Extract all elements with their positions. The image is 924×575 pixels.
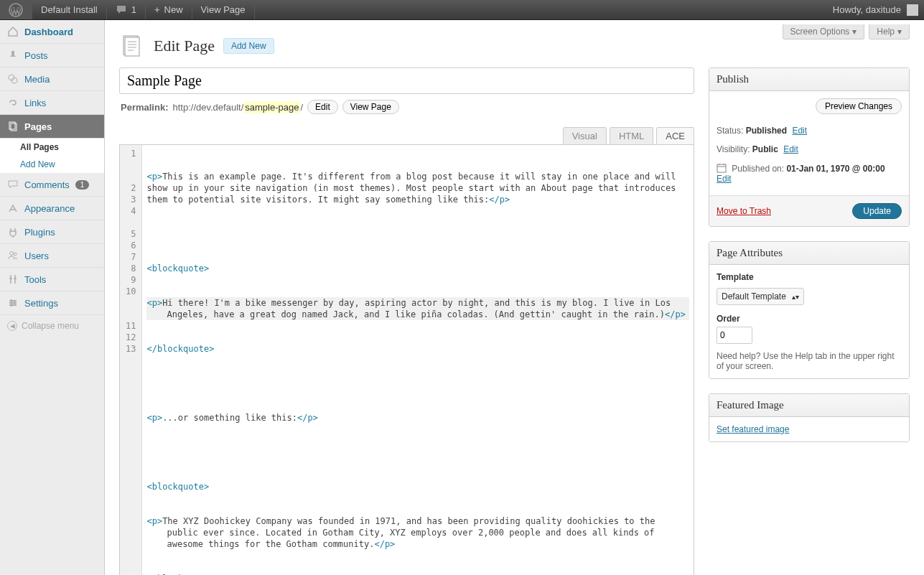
template-label: Template: [717, 272, 902, 282]
chevron-down-icon: ▾: [897, 27, 902, 37]
sidebar-item-media[interactable]: Media: [0, 67, 104, 91]
tools-icon: [7, 274, 19, 285]
link-icon: [7, 97, 19, 108]
admin-bar: Default Install 1 + New View Page Howdy,…: [0, 0, 924, 20]
greeting[interactable]: Howdy, daxitude: [833, 4, 901, 15]
code-area[interactable]: <p>This is an example page. It's differe…: [142, 145, 694, 575]
edit-status-link[interactable]: Edit: [792, 126, 807, 136]
view-page-button[interactable]: View Page: [342, 100, 399, 114]
tab-visual[interactable]: Visual: [563, 127, 607, 144]
svg-point-6: [14, 253, 17, 256]
calendar-icon: [717, 163, 727, 173]
avatar[interactable]: [907, 4, 918, 16]
screen-options-tab[interactable]: Screen Options ▾: [783, 24, 865, 39]
edit-permalink-button[interactable]: Edit: [307, 100, 338, 114]
svg-rect-7: [9, 300, 17, 301]
svg-rect-19: [717, 164, 726, 172]
featured-image-title: Featured Image: [709, 394, 909, 417]
help-text: Need help? Use the Help tab in the upper…: [717, 351, 902, 371]
submenu-add-new[interactable]: Add New: [0, 156, 104, 173]
svg-rect-14: [125, 37, 139, 56]
permalink-slug[interactable]: sample-page: [243, 101, 300, 113]
settings-icon: [7, 297, 19, 309]
collapse-menu[interactable]: ◀ Collapse menu: [0, 315, 104, 337]
help-tab[interactable]: Help ▾: [869, 24, 910, 39]
preview-changes-button[interactable]: Preview Changes: [816, 98, 902, 114]
appearance-icon: [7, 202, 19, 214]
comment-icon: [116, 4, 127, 16]
move-to-trash-link[interactable]: Move to Trash: [717, 206, 771, 216]
featured-image-metabox: Featured Image Set featured image: [709, 393, 910, 442]
sidebar-item-settings[interactable]: Settings: [0, 291, 104, 315]
pin-icon: [7, 50, 19, 61]
add-new-button[interactable]: Add New: [223, 38, 274, 54]
site-name-menu[interactable]: Default Install: [32, 0, 107, 19]
comment-icon: [7, 179, 19, 190]
sidebar-item-tools[interactable]: Tools: [0, 268, 104, 291]
wordpress-icon: [9, 3, 23, 17]
code-editor[interactable]: 1 2 3 4 5 6 7 8 9 10 11 12 13: [119, 144, 694, 575]
post-title-input[interactable]: [119, 67, 694, 94]
svg-rect-9: [9, 304, 17, 306]
page-attributes-metabox: Page Attributes Template Default Templat…: [709, 241, 910, 379]
new-content-menu[interactable]: + New: [146, 0, 192, 19]
select-arrows-icon: ▴▾: [792, 293, 799, 301]
home-icon: [7, 26, 19, 37]
wp-logo-menu[interactable]: [0, 0, 32, 19]
view-page-label: View Page: [201, 4, 246, 15]
view-page-menu[interactable]: View Page: [192, 0, 255, 19]
sidebar-item-plugins[interactable]: Plugins: [0, 220, 104, 244]
submenu-all-pages[interactable]: All Pages: [0, 139, 104, 156]
order-input[interactable]: [717, 327, 752, 344]
svg-rect-10: [11, 299, 12, 302]
publish-metabox: Publish Preview Changes Status: Publishe…: [709, 67, 910, 227]
svg-point-5: [10, 252, 14, 256]
publish-title: Publish: [709, 68, 909, 91]
tab-html[interactable]: HTML: [610, 127, 653, 144]
template-select[interactable]: Default Template ▴▾: [717, 288, 804, 305]
new-label: New: [164, 4, 183, 15]
sidebar-item-users[interactable]: Users: [0, 244, 104, 268]
tab-ace[interactable]: ACE: [656, 127, 694, 144]
edit-visibility-link[interactable]: Edit: [783, 144, 798, 154]
page-attributes-title: Page Attributes: [709, 242, 909, 265]
comments-menu[interactable]: 1: [107, 0, 146, 19]
permalink-display: http://dev.default/sample-page/: [172, 102, 303, 113]
site-name: Default Install: [41, 4, 98, 15]
update-button[interactable]: Update: [852, 203, 902, 219]
sidebar-item-appearance[interactable]: Appearance: [0, 197, 104, 220]
comments-count: 1: [131, 4, 136, 15]
chevron-down-icon: ▾: [852, 27, 857, 37]
plugin-icon: [7, 226, 19, 238]
permalink-label: Permalink:: [121, 102, 168, 113]
sidebar-item-links[interactable]: Links: [0, 91, 104, 115]
svg-rect-11: [14, 301, 15, 304]
edit-page-icon: [119, 33, 145, 59]
order-label: Order: [717, 314, 902, 324]
svg-rect-8: [9, 302, 17, 304]
edit-date-link[interactable]: Edit: [717, 174, 732, 184]
comments-badge: 1: [75, 180, 90, 190]
page-title: Edit Page: [154, 37, 215, 55]
pages-icon: [7, 121, 19, 132]
plus-icon: +: [154, 4, 160, 15]
sidebar-item-dashboard[interactable]: Dashboard: [0, 20, 104, 44]
sidebar-item-pages[interactable]: Pages: [0, 115, 104, 139]
admin-sidebar: Dashboard Posts Media Links Pages All Pa…: [0, 20, 105, 575]
users-icon: [7, 250, 19, 261]
media-icon: [7, 73, 19, 85]
sidebar-item-comments[interactable]: Comments 1: [0, 173, 104, 197]
sidebar-item-posts[interactable]: Posts: [0, 44, 104, 67]
set-featured-image-link[interactable]: Set featured image: [717, 424, 789, 434]
svg-rect-12: [11, 304, 12, 307]
editor-gutter: 1 2 3 4 5 6 7 8 9 10 11 12 13: [120, 145, 142, 575]
collapse-icon: ◀: [7, 321, 17, 331]
